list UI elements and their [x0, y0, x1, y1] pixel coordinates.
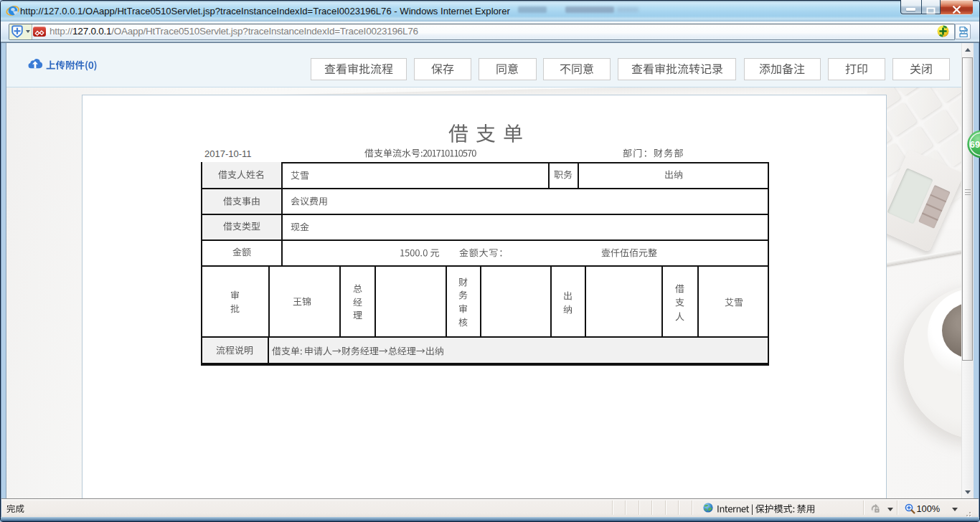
- svg-text:69: 69: [970, 139, 980, 150]
